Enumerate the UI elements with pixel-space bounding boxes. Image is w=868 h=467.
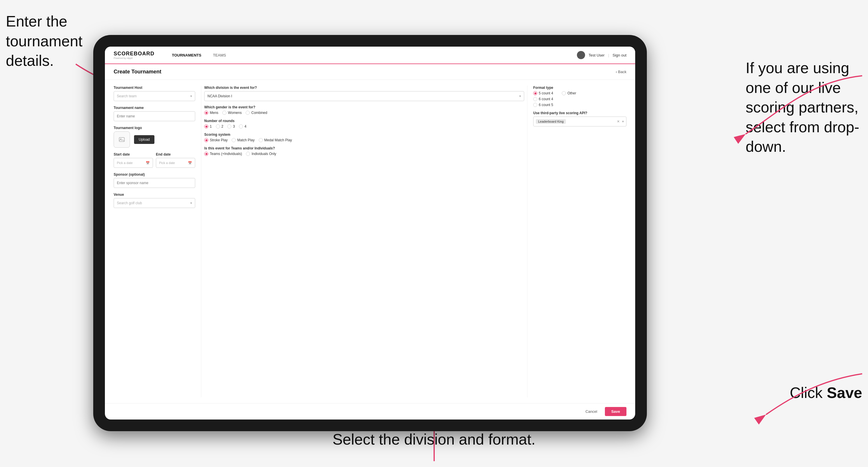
- tournament-logo-field: Tournament logo Upload: [114, 126, 195, 148]
- gender-label: Which gender is the event for?: [204, 105, 524, 109]
- save-button[interactable]: Save: [605, 407, 626, 416]
- sponsor-field: Sponsor (optional): [114, 173, 195, 188]
- sign-out-link[interactable]: Sign out: [613, 53, 626, 57]
- start-date-label: Start date: [114, 152, 153, 156]
- nav-tab-teams[interactable]: TEAMS: [207, 46, 232, 64]
- scoring-stroke-radio[interactable]: [204, 138, 208, 142]
- format-5count4[interactable]: 5 count 4: [533, 91, 553, 95]
- back-link[interactable]: Back: [616, 70, 626, 74]
- division-field: Which division is the event for? NCAA Di…: [204, 86, 524, 101]
- user-avatar: [577, 51, 585, 59]
- scoring-medal-match[interactable]: Medal Match Play: [259, 138, 292, 142]
- logo-text: SCOREBOARD: [114, 51, 154, 57]
- nav-tab-tournaments[interactable]: TOURNAMENTS: [166, 46, 207, 64]
- start-date-field: Start date Pick a date 📅: [114, 152, 153, 168]
- header-right: Test User | Sign out: [577, 51, 626, 59]
- live-scoring-clear[interactable]: ✕: [617, 119, 620, 124]
- annotation-bottomright: Click Save: [789, 383, 862, 403]
- rounds-3-radio[interactable]: [227, 124, 231, 128]
- event-teams-radio[interactable]: [204, 152, 208, 156]
- rounds-2-radio[interactable]: [216, 124, 220, 128]
- event-individuals[interactable]: Individuals Only: [246, 152, 276, 156]
- gender-combined[interactable]: Combined: [246, 111, 267, 115]
- col-right: Format type 5 count 4 Other: [533, 86, 626, 397]
- logo-placeholder: [114, 131, 130, 148]
- format-6count5-radio[interactable]: [533, 103, 537, 107]
- rounds-4-radio[interactable]: [239, 124, 243, 128]
- format-other-radio[interactable]: [562, 91, 566, 95]
- scoring-medal-radio[interactable]: [259, 138, 263, 142]
- sponsor-label: Sponsor (optional): [114, 173, 195, 177]
- svg-rect-4: [119, 137, 124, 142]
- format-type-label: Format type: [533, 86, 626, 90]
- scoring-radio-group: Stroke Play Match Play Medal Match Play: [204, 138, 524, 142]
- live-scoring-label: Use third-party live scoring API?: [533, 111, 626, 115]
- format-other[interactable]: Other: [562, 91, 576, 95]
- app-header: SCOREBOARD Powered by clippit TOURNAMENT…: [105, 46, 635, 64]
- scoring-match[interactable]: Match Play: [231, 138, 254, 142]
- nav-tabs: TOURNAMENTS TEAMS: [166, 46, 232, 63]
- logo-sub: Powered by clippit: [114, 57, 154, 59]
- end-date-input[interactable]: Pick a date 📅: [156, 158, 195, 168]
- rounds-label: Number of rounds: [204, 119, 524, 123]
- format-6count4[interactable]: 6 count 4: [533, 97, 626, 101]
- page-content: Create Tournament Back Tournament Host S…: [105, 64, 635, 419]
- event-individuals-radio[interactable]: [246, 152, 250, 156]
- division-select[interactable]: NCAA Division I ▾: [204, 91, 524, 101]
- rounds-field: Number of rounds 1 2: [204, 119, 524, 128]
- event-for-radio-group: Teams (+Individuals) Individuals Only: [204, 152, 524, 156]
- tablet-frame: SCOREBOARD Powered by clippit TOURNAMENT…: [93, 35, 647, 431]
- live-scoring-field: Use third-party live scoring API? Leader…: [533, 111, 626, 126]
- venue-input[interactable]: Search golf club ▾: [114, 198, 195, 208]
- rounds-1[interactable]: 1: [204, 124, 212, 128]
- tournament-name-label: Tournament name: [114, 106, 195, 110]
- upload-button[interactable]: Upload: [134, 135, 154, 144]
- sponsor-input[interactable]: [114, 178, 195, 188]
- tournament-host-input[interactable]: Search team ▾: [114, 91, 195, 101]
- col-middle: Which division is the event for? NCAA Di…: [201, 86, 527, 397]
- tablet-screen: SCOREBOARD Powered by clippit TOURNAMENT…: [105, 46, 635, 419]
- venue-field: Venue Search golf club ▾: [114, 193, 195, 208]
- division-label: Which division is the event for?: [204, 86, 524, 90]
- tournament-name-input[interactable]: [114, 111, 195, 121]
- live-scoring-select[interactable]: Leaderboard King ✕ ▾: [533, 117, 626, 126]
- scoring-label: Scoring system: [204, 132, 524, 137]
- annotation-topleft: Enter the tournament details.: [6, 12, 105, 71]
- annotation-topright: If you are using one of our live scoring…: [746, 58, 862, 157]
- event-teams[interactable]: Teams (+Individuals): [204, 152, 242, 156]
- logo-area: SCOREBOARD Powered by clippit: [114, 51, 154, 59]
- tournament-host-label: Tournament Host: [114, 86, 195, 90]
- form-footer: Cancel Save: [105, 403, 635, 419]
- live-scoring-chevron: ▾: [622, 119, 624, 124]
- event-for-field: Is this event for Teams and/or Individua…: [204, 146, 524, 156]
- gender-radio-group: Mens Womens Combined: [204, 111, 524, 115]
- annotation-bottomcenter: Select the division and format.: [333, 430, 535, 449]
- gender-mens[interactable]: Mens: [204, 111, 218, 115]
- gender-field: Which gender is the event for? Mens Wome…: [204, 105, 524, 115]
- event-for-label: Is this event for Teams and/or Individua…: [204, 146, 524, 150]
- gender-combined-radio[interactable]: [246, 111, 250, 115]
- scoring-stroke[interactable]: Stroke Play: [204, 138, 227, 142]
- start-date-input[interactable]: Pick a date 📅: [114, 158, 153, 168]
- format-type-field: Format type 5 count 4 Other: [533, 86, 626, 107]
- user-name: Test User: [589, 53, 604, 57]
- rounds-1-radio[interactable]: [204, 124, 208, 128]
- rounds-3[interactable]: 3: [227, 124, 235, 128]
- format-6count4-radio[interactable]: [533, 97, 537, 101]
- gender-womens[interactable]: Womens: [222, 111, 242, 115]
- rounds-2[interactable]: 2: [216, 124, 223, 128]
- rounds-4[interactable]: 4: [239, 124, 247, 128]
- format-options: 5 count 4 Other 6 count 4: [533, 91, 626, 107]
- venue-label: Venue: [114, 193, 195, 197]
- page-header: Create Tournament Back: [105, 64, 635, 80]
- format-6count5[interactable]: 6 count 5: [533, 103, 626, 107]
- scoring-field: Scoring system Stroke Play Match Play: [204, 132, 524, 142]
- tournament-name-field: Tournament name: [114, 106, 195, 121]
- format-5count4-radio[interactable]: [533, 91, 537, 95]
- form-body: Tournament Host Search team ▾ Tournament…: [105, 80, 635, 403]
- scoring-match-radio[interactable]: [231, 138, 236, 142]
- gender-mens-radio[interactable]: [204, 111, 208, 115]
- gender-womens-radio[interactable]: [222, 111, 226, 115]
- cancel-button[interactable]: Cancel: [581, 407, 602, 416]
- end-date-field: End date Pick a date 📅: [156, 152, 195, 168]
